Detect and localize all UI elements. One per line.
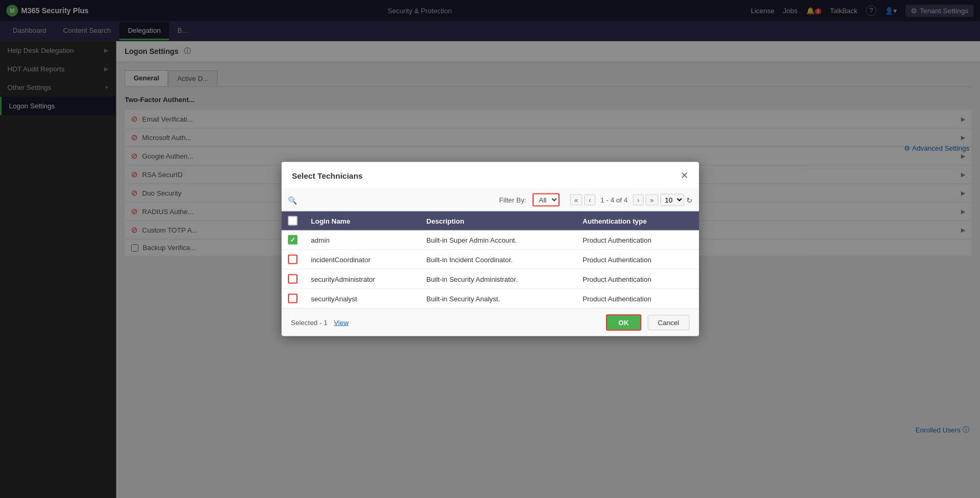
row-checkbox-cell <box>282 269 305 289</box>
table-row[interactable]: securityAdministrator Built-in Security … <box>282 269 699 289</box>
table-row[interactable]: incidentCoordinator Built-in Incident Co… <box>282 250 699 269</box>
filter-by-label: Filter By: <box>499 196 526 204</box>
auth-type-cell: Product Authentication <box>576 289 699 308</box>
select-all-checkbox[interactable] <box>288 216 297 226</box>
technicians-table: Login Name Description Authentication ty… <box>282 211 699 309</box>
table-header: Login Name Description Authentication ty… <box>282 211 699 230</box>
modal-close-button[interactable]: ✕ <box>680 170 688 181</box>
description-cell: Built-in Security Administrator. <box>420 269 576 289</box>
table-body: ✓ admin Built-in Super Admin Account. Pr… <box>282 230 699 309</box>
page-info: 1 - 4 of 4 <box>598 196 631 204</box>
prev-page-button[interactable]: ‹ <box>584 195 595 206</box>
row-checkbox[interactable] <box>288 274 297 284</box>
select-technicians-modal: Select Technicians ✕ 🔍 Filter By: All « … <box>282 162 699 336</box>
row-checkbox[interactable] <box>288 294 297 303</box>
refresh-button[interactable]: ↻ <box>686 196 693 204</box>
login-name-cell: securityAnalyst <box>305 289 421 308</box>
auth-type-header: Authentication type <box>576 211 699 230</box>
filter-select[interactable]: All <box>533 193 559 207</box>
row-checkbox-cell: ✓ <box>282 230 305 250</box>
modal-footer: Selected - 1 View OK Cancel <box>282 309 699 336</box>
login-name-cell: securityAdministrator <box>305 269 421 289</box>
modal-header: Select Technicians ✕ <box>282 162 699 189</box>
description-header: Description <box>420 211 576 230</box>
table-row[interactable]: ✓ admin Built-in Super Admin Account. Pr… <box>282 230 699 250</box>
cancel-button[interactable]: Cancel <box>648 315 689 330</box>
view-link[interactable]: View <box>334 319 349 327</box>
login-name-header: Login Name <box>305 211 421 230</box>
pagination-controls: « ‹ 1 - 4 of 4 › » 10 25 50 ↻ <box>570 194 692 206</box>
auth-type-cell: Product Authentication <box>576 250 699 269</box>
row-checkbox[interactable]: ✓ <box>288 235 297 245</box>
first-page-button[interactable]: « <box>570 195 582 206</box>
login-name-cell: incidentCoordinator <box>305 250 421 269</box>
check-mark-icon: ✓ <box>290 236 295 244</box>
login-name-cell: admin <box>305 230 421 250</box>
row-checkbox-cell <box>282 250 305 269</box>
description-cell: Built-in Security Analyst. <box>420 289 576 308</box>
row-checkbox[interactable] <box>288 255 297 264</box>
last-page-button[interactable]: » <box>646 195 658 206</box>
search-input[interactable] <box>303 196 493 204</box>
ok-button[interactable]: OK <box>606 315 642 331</box>
modal-title: Select Technicians <box>292 171 363 180</box>
table-container: Login Name Description Authentication ty… <box>282 211 699 309</box>
select-all-column <box>282 211 305 230</box>
modal-toolbar: 🔍 Filter By: All « ‹ 1 - 4 of 4 › » 10 2… <box>282 189 699 211</box>
selected-count: Selected - 1 <box>291 319 328 327</box>
auth-type-cell: Product Authentication <box>576 269 699 289</box>
per-page-select[interactable]: 10 25 50 <box>660 194 684 206</box>
next-page-button[interactable]: › <box>633 195 643 206</box>
table-row[interactable]: securityAnalyst Built-in Security Analys… <box>282 289 699 308</box>
description-cell: Built-in Super Admin Account. <box>420 230 576 250</box>
search-icon: 🔍 <box>288 196 297 204</box>
auth-type-cell: Product Authentication <box>576 230 699 250</box>
description-cell: Built-in Incident Coordinator. <box>420 250 576 269</box>
row-checkbox-cell <box>282 289 305 308</box>
